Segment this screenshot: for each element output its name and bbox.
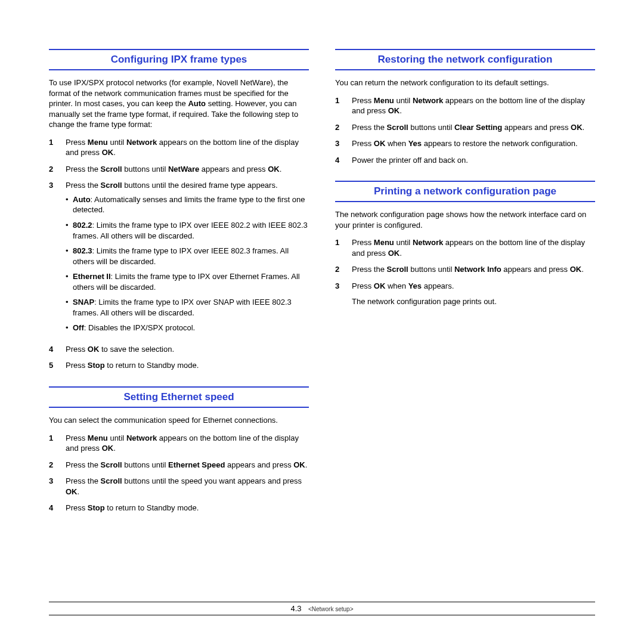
- steps-ethernet-speed: 1Press Menu until Network appears on the…: [49, 433, 309, 513]
- list-item: 3Press the Scroll buttons until the spee…: [49, 476, 309, 497]
- steps-ipx: 1 Press Menu until Network appears on th…: [49, 137, 309, 371]
- heading-restore: Restoring the network configuration: [335, 49, 595, 70]
- section-ethernet-speed: Setting Ethernet speed You can select th…: [49, 386, 309, 513]
- intro-ethernet-speed: You can select the communication speed f…: [49, 415, 309, 426]
- list-item: 1Press Menu until Network appears on the…: [49, 433, 309, 454]
- list-item: 3 Press the Scroll buttons until the des…: [49, 180, 309, 338]
- list-item: •Ethernet II: Limits the frame type to I…: [66, 271, 309, 292]
- list-item: •Auto: Automatically senses and limits t…: [66, 194, 309, 215]
- chapter-label: <Network setup>: [308, 606, 354, 612]
- heading-print-config: Printing a network configuration page: [335, 181, 595, 202]
- list-item: 4Press Stop to return to Standby mode.: [49, 503, 309, 513]
- heading-ipx: Configuring IPX frame types: [49, 49, 309, 70]
- list-item: 2Press the Scroll buttons until Clear Se…: [335, 122, 595, 133]
- page-number: 4.3: [290, 604, 301, 613]
- intro-restore: You can return the network configuration…: [335, 78, 595, 88]
- steps-print-config: 1Press Menu until Network appears on the…: [335, 237, 595, 306]
- section-print-config: Printing a network configuration page Th…: [335, 181, 595, 306]
- list-item: 3Press OK when Yes appears to restore th…: [335, 138, 595, 149]
- page: Configuring IPX frame types To use IPX/S…: [49, 49, 595, 609]
- steps-restore: 1Press Menu until Network appears on the…: [335, 95, 595, 166]
- right-column: Restoring the network configuration You …: [335, 49, 595, 609]
- list-item: 1Press Menu until Network appears on the…: [335, 237, 595, 258]
- intro-ipx: To use IPX/SPX protocol networks (for ex…: [49, 78, 309, 130]
- list-item: 2Press the Scroll buttons until Ethernet…: [49, 460, 309, 470]
- list-item: 5 Press Stop to return to Standby mode.: [49, 360, 309, 371]
- list-item: •802.3: Limits the frame type to IPX ove…: [66, 246, 309, 267]
- page-footer: 4.3 <Network setup>: [49, 602, 595, 615]
- list-item: 1 Press Menu until Network appears on th…: [49, 137, 309, 158]
- list-item: 3 Press OK when Yes appears. The network…: [335, 281, 595, 306]
- list-item: 1Press Menu until Network appears on the…: [335, 95, 595, 116]
- list-item: 4Power the printer off and back on.: [335, 155, 595, 166]
- list-item: •802.2: Limits the frame type to IPX ove…: [66, 220, 309, 241]
- section-ipx: Configuring IPX frame types To use IPX/S…: [49, 49, 309, 371]
- tail-note: The network configuration page prints ou…: [352, 296, 595, 307]
- left-column: Configuring IPX frame types To use IPX/S…: [49, 49, 309, 609]
- frame-type-bullets: •Auto: Automatically senses and limits t…: [66, 194, 309, 333]
- heading-ethernet-speed: Setting Ethernet speed: [49, 386, 309, 408]
- list-item: •Off: Disables the IPX/SPX protocol.: [66, 323, 309, 333]
- list-item: 2 Press the Scroll buttons until NetWare…: [49, 164, 309, 175]
- intro-print-config: The network configuration page shows how…: [335, 209, 595, 230]
- list-item: 4 Press OK to save the selection.: [49, 344, 309, 355]
- list-item: •SNAP: Limits the frame type to IPX over…: [66, 297, 309, 318]
- list-item: 2Press the Scroll buttons until Network …: [335, 264, 595, 275]
- section-restore: Restoring the network configuration You …: [335, 49, 595, 165]
